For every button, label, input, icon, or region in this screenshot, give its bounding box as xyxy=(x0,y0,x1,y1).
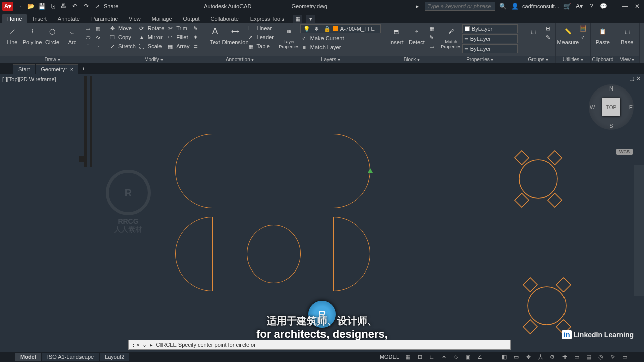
panel-groups-label[interactable]: Groups ▾ xyxy=(521,56,555,63)
tool-line[interactable]: ／Line xyxy=(3,24,21,45)
new-icon[interactable]: ▫ xyxy=(15,2,24,11)
open-icon[interactable]: 📂 xyxy=(26,2,35,11)
ribbon-min-icon[interactable]: ▾ xyxy=(306,15,315,23)
leader-button[interactable]: Leader xyxy=(257,34,274,40)
help-icon[interactable]: ? xyxy=(587,2,596,11)
cmd-close-icon[interactable]: × xyxy=(136,342,139,348)
tool-text[interactable]: AText xyxy=(206,24,224,45)
tab-layout1[interactable]: ISO A1-Landscape xyxy=(42,353,99,361)
bubble-icon[interactable]: 💬 xyxy=(599,2,608,11)
featured-apps-icon[interactable]: ▦ xyxy=(293,15,302,23)
tool-arc[interactable]: ◡Arc xyxy=(63,24,82,45)
quickselect-icon[interactable]: ✓ xyxy=(579,33,587,41)
share-icon[interactable]: ↗ xyxy=(93,2,102,11)
tab-manage[interactable]: Manage xyxy=(147,14,177,23)
panel-annotation-label[interactable]: Annotation ▾ xyxy=(203,56,277,63)
tool-polyline[interactable]: ⌇Polyline xyxy=(23,24,41,45)
ortho-icon[interactable]: ∟ xyxy=(428,353,436,361)
share-label[interactable]: Share xyxy=(104,3,118,9)
polar-icon[interactable]: ✶ xyxy=(440,353,448,361)
matchprops-button[interactable]: 🖌Match Properties xyxy=(442,24,460,49)
base-button[interactable]: ⬚Base xyxy=(618,24,636,45)
ungroup-icon[interactable]: ⊟ xyxy=(544,24,552,32)
nav-bar[interactable] xyxy=(634,165,644,296)
redo-icon[interactable]: ↷ xyxy=(82,2,91,11)
mirror-button[interactable]: Mirror xyxy=(148,34,163,40)
color-combo[interactable]: ByLayer xyxy=(462,24,518,33)
tab-output[interactable]: Output xyxy=(178,14,205,23)
status-menu-icon[interactable]: ≡ xyxy=(3,353,11,361)
hardware-icon[interactable]: ⛭ xyxy=(609,353,617,361)
tab-express[interactable]: Express Tools xyxy=(245,14,289,23)
tab-home[interactable]: Home xyxy=(2,14,27,23)
filetab-menu-icon[interactable]: ≡ xyxy=(2,66,12,72)
wcs-badge[interactable]: WCS xyxy=(616,149,633,155)
status-model-tag[interactable]: MODEL xyxy=(380,354,399,360)
paste-button[interactable]: 📋Paste xyxy=(594,24,612,45)
matchlayer-button[interactable]: Match Layer xyxy=(310,44,341,50)
command-line[interactable]: ⋮ × ⌄ ▸ CIRCLE Specify center point for … xyxy=(128,340,511,350)
attr-icon[interactable]: ▭ xyxy=(428,42,436,50)
workspace-icon[interactable]: ⚙ xyxy=(548,353,556,361)
vp-minimize-icon[interactable]: — xyxy=(622,75,627,82)
layout-add[interactable]: + xyxy=(130,353,143,361)
save-icon[interactable]: 💾 xyxy=(37,2,46,11)
snap-icon[interactable]: ⊞ xyxy=(416,353,424,361)
cart-icon[interactable]: 🛒 xyxy=(562,2,572,11)
otrack-icon[interactable]: ∠ xyxy=(476,353,484,361)
user-label[interactable]: cadfmconsult... xyxy=(522,3,559,9)
close-tab-icon[interactable]: × xyxy=(70,66,73,72)
table-button[interactable]: Table xyxy=(257,43,270,49)
explode-icon[interactable]: ✶ xyxy=(192,33,200,41)
array-button[interactable]: Array xyxy=(176,43,189,49)
fillet-button[interactable]: Fillet xyxy=(176,34,188,40)
point-icon[interactable]: ⋮ xyxy=(84,42,92,50)
edit-block-icon[interactable]: ✎ xyxy=(428,33,436,41)
filetab-start[interactable]: Start xyxy=(13,64,35,74)
isolate-icon[interactable]: ◎ xyxy=(597,353,605,361)
layer-props-button[interactable]: ≋Layer Properties xyxy=(280,24,298,49)
layer-combo[interactable]: 💡 ❄ 🔒 A-700-M_FFE xyxy=(300,24,381,33)
tab-model[interactable]: Model xyxy=(15,353,41,361)
linetype-combo[interactable]: ━ByLayer xyxy=(462,44,518,53)
offset-icon[interactable]: ⊂ xyxy=(192,42,200,50)
move-button[interactable]: Move xyxy=(118,25,132,31)
rect-icon[interactable]: ▭ xyxy=(84,24,92,32)
trim-button[interactable]: Trim xyxy=(176,25,187,31)
cmd-handle-icon[interactable]: ⋮ xyxy=(131,342,136,348)
panel-utilities-label[interactable]: Utilities ▾ xyxy=(556,56,590,63)
panel-modify-label[interactable]: Modify ▾ xyxy=(105,56,203,63)
minimize-icon[interactable]: — xyxy=(621,2,630,11)
vp-maximize-icon[interactable]: ▢ xyxy=(629,75,634,82)
filetab-geometry[interactable]: Geometry*× xyxy=(36,64,78,74)
stretch-button[interactable]: Stretch xyxy=(118,43,136,49)
panel-draw-label[interactable]: Draw ▾ xyxy=(0,56,105,63)
undo-icon[interactable]: ↶ xyxy=(70,2,79,11)
search-caret-icon[interactable]: ▸ xyxy=(413,2,422,11)
panel-clipboard-label[interactable]: Clipboard xyxy=(591,56,615,63)
scale-button[interactable]: Scale xyxy=(148,43,162,49)
quickprops-icon[interactable]: ▤ xyxy=(585,353,593,361)
tool-dimension[interactable]: ⟷Dimension xyxy=(226,24,245,45)
spline-icon[interactable]: ∿ xyxy=(94,33,102,41)
create-block-icon[interactable]: ▦ xyxy=(428,24,436,32)
linear-button[interactable]: Linear xyxy=(257,25,272,31)
tab-collaborate[interactable]: Collaborate xyxy=(206,14,244,23)
hatch-icon[interactable]: ▨ xyxy=(94,24,102,32)
search-input[interactable] xyxy=(425,2,495,11)
insert-button[interactable]: ⬒Insert xyxy=(387,24,406,45)
viewport[interactable]: [-][Top][2D Wireframe] — ▢ ✕ R RRCG 人人素材 xyxy=(0,74,644,350)
group-button[interactable]: ⬚ xyxy=(524,24,542,38)
copy-button[interactable]: Copy xyxy=(118,34,131,40)
close-icon[interactable]: ✕ xyxy=(633,2,642,11)
region-icon[interactable]: ▫ xyxy=(94,42,102,50)
isodraft-icon[interactable]: ◇ xyxy=(452,353,460,361)
annomon-icon[interactable]: ✚ xyxy=(560,353,569,361)
measure-button[interactable]: 📏Measure xyxy=(559,24,577,45)
gizmo-icon[interactable]: ✥ xyxy=(524,353,532,361)
osnap-icon[interactable]: ▣ xyxy=(464,353,472,361)
anno-scale-icon[interactable]: 人 xyxy=(536,353,544,361)
viewcube[interactable]: N S W E TOP xyxy=(589,84,634,130)
rotate-button[interactable]: Rotate xyxy=(148,25,164,31)
vp-close-icon[interactable]: ✕ xyxy=(636,75,641,82)
